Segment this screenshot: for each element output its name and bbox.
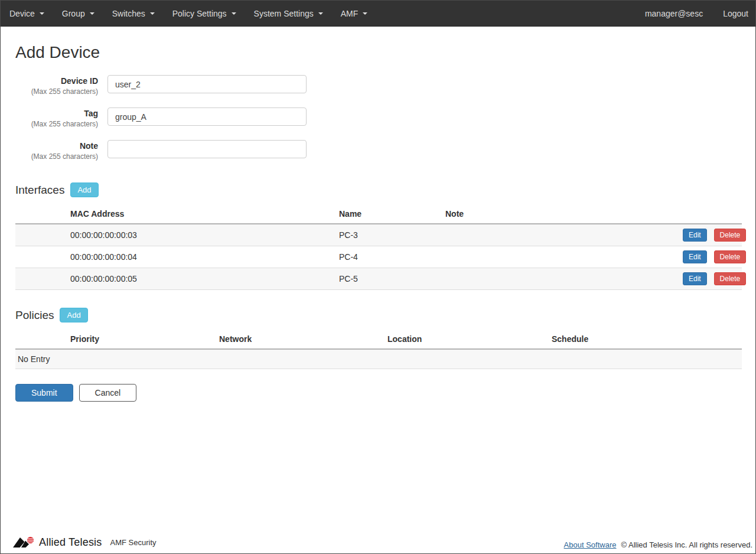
chevron-down-icon [318, 12, 323, 15]
device-id-group: Device ID (Max 255 characters) [15, 75, 741, 96]
name-cell: PC-4 [339, 246, 445, 268]
chevron-down-icon [363, 12, 367, 15]
tag-label: Tag [15, 108, 98, 119]
interface-row: 00:00:00:00:00:04 PC-4 Edit Delete [15, 246, 742, 268]
edit-interface-button[interactable]: Edit [683, 272, 707, 285]
delete-interface-button[interactable]: Delete [714, 272, 747, 285]
policies-header-row: Priority Network Location Schedule [15, 330, 742, 349]
row-actions-cell: Edit Delete [683, 246, 742, 268]
footer-links: About Software © Allied Telesis Inc. All… [564, 540, 752, 549]
menu-switches-label: Switches [112, 9, 145, 18]
schedule-column-header: Schedule [552, 330, 742, 349]
mac-address-cell: 00:00:00:00:00:04 [70, 246, 339, 268]
menu-group[interactable]: Group [53, 1, 103, 26]
name-cell: PC-5 [339, 268, 445, 290]
row-spacer-cell [15, 268, 70, 290]
menu-device[interactable]: Device [1, 1, 53, 26]
footer-brand-area: Allied Telesis AMF Security [12, 536, 157, 549]
main-menu: Device Group Switches Policy Settings Sy… [1, 1, 376, 26]
top-navbar: Device Group Switches Policy Settings Sy… [1, 1, 755, 27]
mac-address-column-header: MAC Address [70, 204, 339, 224]
row-spacer-cell [15, 246, 70, 268]
interfaces-table: MAC Address Name Note 00:00:00:00:00:03 … [15, 204, 742, 290]
tag-hint: (Max 255 characters) [15, 119, 98, 129]
spacer-column-header [15, 204, 70, 224]
chevron-down-icon [40, 12, 44, 15]
menu-system-settings[interactable]: System Settings [245, 1, 332, 26]
logged-in-user: manager@sesc [632, 9, 716, 18]
mac-address-cell: 00:00:00:00:00:05 [70, 268, 339, 290]
cancel-button[interactable]: Cancel [79, 384, 137, 402]
menu-switches[interactable]: Switches [103, 1, 164, 26]
menu-amf-label: AMF [341, 9, 359, 18]
logout-button[interactable]: Logout [716, 9, 755, 18]
tag-group: Tag (Max 255 characters) [15, 107, 741, 129]
menu-device-label: Device [9, 9, 35, 18]
page-footer: Allied Telesis AMF Security About Softwa… [1, 533, 755, 553]
menu-group-label: Group [62, 9, 85, 18]
chevron-down-icon [90, 12, 94, 15]
note-input-col [107, 140, 307, 161]
page-title: Add Device [15, 43, 741, 62]
location-column-header: Location [387, 330, 552, 349]
device-id-label: Device ID [15, 76, 98, 87]
menu-policy-settings[interactable]: Policy Settings [164, 1, 245, 26]
tag-field[interactable] [107, 107, 307, 126]
tag-label-col: Tag (Max 255 characters) [15, 107, 107, 129]
policies-table: Priority Network Location Schedule No En… [15, 330, 742, 369]
chevron-down-icon [150, 12, 155, 15]
copyright-text: © Allied Telesis Inc. All rights reserve… [621, 540, 753, 549]
delete-interface-button[interactable]: Delete [714, 229, 747, 242]
interface-row: 00:00:00:00:00:05 PC-5 Edit Delete [15, 268, 742, 290]
note-group: Note (Max 255 characters) [15, 140, 741, 161]
form-actions: Submit Cancel [15, 384, 741, 402]
interfaces-header-row: MAC Address Name Note [15, 204, 742, 224]
navbar-right: manager@sesc Logout [632, 1, 755, 26]
note-label-col: Note (Max 255 characters) [15, 140, 107, 161]
note-hint: (Max 255 characters) [15, 152, 98, 161]
chevron-down-icon [232, 12, 236, 15]
main-content: Add Device Device ID (Max 255 characters… [1, 43, 755, 402]
no-entry-text: No Entry [15, 349, 742, 369]
product-name: AMF Security [110, 538, 157, 548]
priority-column-header: Priority [70, 330, 219, 349]
row-actions-cell: Edit Delete [683, 268, 742, 290]
device-id-hint: (Max 255 characters) [15, 87, 98, 96]
note-cell [445, 268, 683, 290]
name-column-header: Name [339, 204, 445, 224]
allied-telesis-logo: Allied Telesis [12, 536, 102, 549]
policies-section-head: Policies Add [15, 308, 741, 322]
interfaces-title: Interfaces [15, 184, 64, 197]
edit-interface-button[interactable]: Edit [683, 229, 707, 242]
note-column-header: Note [445, 204, 683, 224]
delete-interface-button[interactable]: Delete [714, 250, 747, 263]
note-cell [445, 246, 683, 268]
allied-telesis-logo-icon [12, 536, 35, 549]
add-interface-button[interactable]: Add [70, 183, 98, 197]
row-actions-cell: Edit Delete [683, 224, 742, 246]
note-label: Note [15, 141, 98, 152]
device-id-field[interactable] [107, 75, 307, 93]
add-device-page: { "navbar": { "items": [ { "label": "Dev… [0, 0, 756, 554]
submit-button[interactable]: Submit [15, 384, 73, 402]
mac-address-cell: 00:00:00:00:00:03 [70, 224, 339, 246]
menu-amf[interactable]: AMF [332, 1, 377, 26]
spacer-column-header [15, 330, 70, 349]
menu-policy-settings-label: Policy Settings [172, 9, 227, 18]
network-column-header: Network [219, 330, 387, 349]
row-spacer-cell [15, 224, 70, 246]
add-policy-button[interactable]: Add [60, 308, 87, 322]
edit-interface-button[interactable]: Edit [683, 250, 707, 263]
actions-column-header [683, 204, 742, 224]
device-id-label-col: Device ID (Max 255 characters) [15, 75, 107, 96]
interfaces-section-head: Interfaces Add [15, 183, 741, 197]
interface-row: 00:00:00:00:00:03 PC-3 Edit Delete [15, 224, 742, 246]
policies-empty-row: No Entry [15, 349, 742, 369]
menu-system-settings-label: System Settings [254, 9, 314, 18]
note-field[interactable] [107, 140, 307, 158]
policies-title: Policies [15, 309, 54, 322]
device-id-input-col [107, 75, 307, 96]
name-cell: PC-3 [339, 224, 445, 246]
about-software-link[interactable]: About Software [564, 540, 617, 549]
note-cell [445, 224, 683, 246]
